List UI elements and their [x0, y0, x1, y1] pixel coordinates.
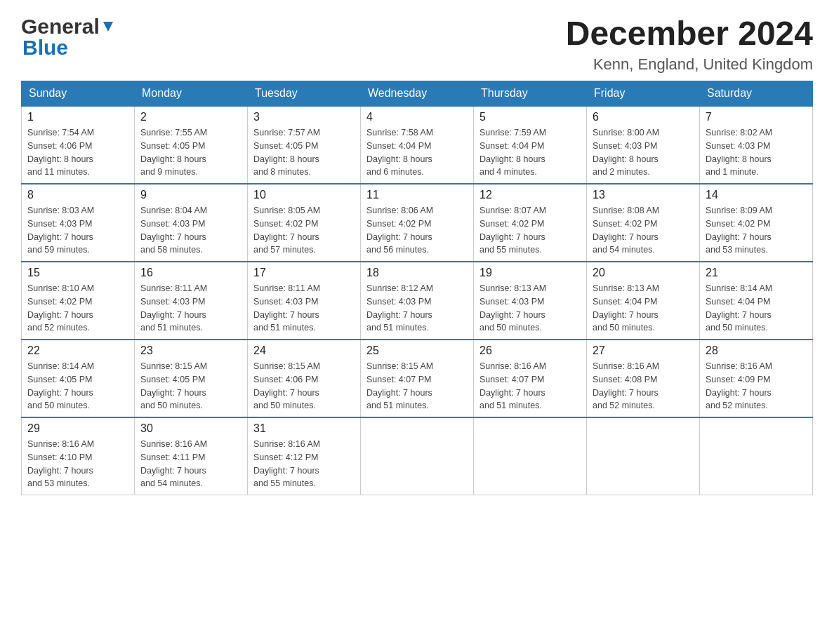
- weekday-header-tuesday: Tuesday: [248, 81, 361, 107]
- weekday-header-saturday: Saturday: [700, 81, 813, 107]
- day-number: 25: [366, 344, 468, 357]
- day-number: 18: [366, 267, 468, 279]
- day-number: 16: [140, 267, 241, 279]
- calendar-day-cell: 27 Sunrise: 8:16 AM Sunset: 4:08 PM Dayl…: [587, 340, 700, 417]
- calendar-day-cell: 17 Sunrise: 8:11 AM Sunset: 4:03 PM Dayl…: [248, 262, 361, 340]
- title-section: December 2024 Kenn, England, United King…: [566, 14, 813, 74]
- day-info: Sunrise: 8:02 AM Sunset: 4:03 PM Dayligh…: [706, 126, 807, 179]
- calendar-day-cell: 11 Sunrise: 8:06 AM Sunset: 4:02 PM Dayl…: [361, 184, 474, 262]
- calendar-day-cell: 30 Sunrise: 8:16 AM Sunset: 4:11 PM Dayl…: [135, 417, 248, 495]
- calendar-day-cell: 1 Sunrise: 7:54 AM Sunset: 4:06 PM Dayli…: [22, 106, 135, 184]
- calendar-day-cell: 10 Sunrise: 8:05 AM Sunset: 4:02 PM Dayl…: [248, 184, 361, 262]
- calendar-day-cell: 26 Sunrise: 8:16 AM Sunset: 4:07 PM Dayl…: [474, 340, 587, 417]
- empty-cell: [587, 417, 700, 495]
- calendar-day-cell: 28 Sunrise: 8:16 AM Sunset: 4:09 PM Dayl…: [700, 340, 813, 417]
- calendar-day-cell: 18 Sunrise: 8:12 AM Sunset: 4:03 PM Dayl…: [361, 262, 474, 340]
- calendar-day-cell: 14 Sunrise: 8:09 AM Sunset: 4:02 PM Dayl…: [700, 184, 813, 262]
- day-number: 6: [593, 111, 694, 123]
- weekday-header-thursday: Thursday: [474, 81, 587, 107]
- weekday-header-friday: Friday: [587, 81, 700, 107]
- calendar-week-row: 8 Sunrise: 8:03 AM Sunset: 4:03 PM Dayli…: [22, 184, 813, 262]
- calendar-table: SundayMondayTuesdayWednesdayThursdayFrid…: [21, 81, 813, 495]
- day-number: 2: [140, 111, 241, 123]
- day-info: Sunrise: 7:58 AM Sunset: 4:04 PM Dayligh…: [366, 126, 468, 179]
- calendar-day-cell: 4 Sunrise: 7:58 AM Sunset: 4:04 PM Dayli…: [361, 106, 474, 184]
- day-info: Sunrise: 8:15 AM Sunset: 4:07 PM Dayligh…: [366, 360, 468, 412]
- weekday-header-wednesday: Wednesday: [361, 81, 474, 107]
- day-number: 10: [253, 189, 355, 201]
- empty-cell: [361, 417, 474, 495]
- day-number: 7: [706, 111, 807, 123]
- day-info: Sunrise: 8:16 AM Sunset: 4:11 PM Dayligh…: [140, 438, 241, 490]
- calendar-day-cell: 31 Sunrise: 8:16 AM Sunset: 4:12 PM Dayl…: [248, 417, 361, 495]
- day-number: 1: [27, 111, 128, 123]
- day-info: Sunrise: 8:16 AM Sunset: 4:09 PM Dayligh…: [706, 360, 807, 412]
- day-info: Sunrise: 8:11 AM Sunset: 4:03 PM Dayligh…: [253, 282, 355, 335]
- day-info: Sunrise: 8:15 AM Sunset: 4:05 PM Dayligh…: [140, 360, 241, 412]
- calendar-week-row: 15 Sunrise: 8:10 AM Sunset: 4:02 PM Dayl…: [22, 262, 813, 340]
- day-info: Sunrise: 8:11 AM Sunset: 4:03 PM Dayligh…: [140, 282, 241, 335]
- day-info: Sunrise: 8:16 AM Sunset: 4:10 PM Dayligh…: [27, 438, 128, 490]
- calendar-day-cell: 3 Sunrise: 7:57 AM Sunset: 4:05 PM Dayli…: [248, 106, 361, 184]
- calendar-day-cell: 2 Sunrise: 7:55 AM Sunset: 4:05 PM Dayli…: [135, 106, 248, 184]
- day-info: Sunrise: 8:09 AM Sunset: 4:02 PM Dayligh…: [706, 204, 807, 257]
- day-info: Sunrise: 8:04 AM Sunset: 4:03 PM Dayligh…: [140, 204, 241, 257]
- calendar-header-row: SundayMondayTuesdayWednesdayThursdayFrid…: [22, 81, 813, 107]
- day-number: 29: [27, 422, 128, 435]
- calendar-day-cell: 23 Sunrise: 8:15 AM Sunset: 4:05 PM Dayl…: [135, 340, 248, 417]
- day-number: 9: [140, 189, 241, 201]
- day-info: Sunrise: 8:06 AM Sunset: 4:02 PM Dayligh…: [366, 204, 468, 257]
- day-number: 21: [706, 267, 807, 279]
- logo-arrow-icon: [102, 14, 114, 38]
- calendar-day-cell: 24 Sunrise: 8:15 AM Sunset: 4:06 PM Dayl…: [248, 340, 361, 417]
- empty-cell: [700, 417, 813, 495]
- day-info: Sunrise: 8:13 AM Sunset: 4:03 PM Dayligh…: [479, 282, 581, 335]
- calendar-day-cell: 15 Sunrise: 8:10 AM Sunset: 4:02 PM Dayl…: [22, 262, 135, 340]
- page-header: General Blue December 2024 Kenn, England…: [21, 14, 813, 74]
- day-info: Sunrise: 8:03 AM Sunset: 4:03 PM Dayligh…: [27, 204, 128, 257]
- day-number: 31: [253, 422, 355, 435]
- calendar-day-cell: 5 Sunrise: 7:59 AM Sunset: 4:04 PM Dayli…: [474, 106, 587, 184]
- calendar-day-cell: 20 Sunrise: 8:13 AM Sunset: 4:04 PM Dayl…: [587, 262, 700, 340]
- calendar-week-row: 1 Sunrise: 7:54 AM Sunset: 4:06 PM Dayli…: [22, 106, 813, 184]
- calendar-week-row: 29 Sunrise: 8:16 AM Sunset: 4:10 PM Dayl…: [22, 417, 813, 495]
- day-info: Sunrise: 8:15 AM Sunset: 4:06 PM Dayligh…: [253, 360, 355, 412]
- day-number: 15: [27, 267, 128, 279]
- day-info: Sunrise: 8:07 AM Sunset: 4:02 PM Dayligh…: [479, 204, 581, 257]
- day-number: 23: [140, 344, 241, 357]
- empty-cell: [474, 417, 587, 495]
- day-number: 20: [593, 267, 694, 279]
- calendar-day-cell: 29 Sunrise: 8:16 AM Sunset: 4:10 PM Dayl…: [22, 417, 135, 495]
- day-info: Sunrise: 8:10 AM Sunset: 4:02 PM Dayligh…: [27, 282, 128, 335]
- day-number: 14: [706, 189, 807, 201]
- day-info: Sunrise: 8:05 AM Sunset: 4:02 PM Dayligh…: [253, 204, 355, 257]
- day-number: 17: [253, 267, 355, 279]
- day-number: 11: [366, 189, 468, 201]
- day-number: 3: [253, 111, 355, 123]
- calendar-day-cell: 21 Sunrise: 8:14 AM Sunset: 4:04 PM Dayl…: [700, 262, 813, 340]
- calendar-day-cell: 22 Sunrise: 8:14 AM Sunset: 4:05 PM Dayl…: [22, 340, 135, 417]
- calendar-day-cell: 8 Sunrise: 8:03 AM Sunset: 4:03 PM Dayli…: [22, 184, 135, 262]
- day-info: Sunrise: 8:13 AM Sunset: 4:04 PM Dayligh…: [593, 282, 694, 335]
- day-number: 26: [479, 344, 581, 357]
- day-number: 19: [479, 267, 581, 279]
- day-info: Sunrise: 8:16 AM Sunset: 4:08 PM Dayligh…: [593, 360, 694, 412]
- day-info: Sunrise: 8:14 AM Sunset: 4:05 PM Dayligh…: [27, 360, 128, 412]
- day-number: 13: [593, 189, 694, 201]
- day-number: 5: [479, 111, 581, 123]
- calendar-day-cell: 25 Sunrise: 8:15 AM Sunset: 4:07 PM Dayl…: [361, 340, 474, 417]
- day-info: Sunrise: 8:00 AM Sunset: 4:03 PM Dayligh…: [593, 126, 694, 179]
- calendar-day-cell: 7 Sunrise: 8:02 AM Sunset: 4:03 PM Dayli…: [700, 106, 813, 184]
- day-number: 12: [479, 189, 581, 201]
- day-info: Sunrise: 8:12 AM Sunset: 4:03 PM Dayligh…: [366, 282, 468, 335]
- weekday-header-monday: Monday: [135, 81, 248, 107]
- day-number: 8: [27, 189, 128, 201]
- day-number: 27: [593, 344, 694, 357]
- day-number: 22: [27, 344, 128, 357]
- weekday-header-sunday: Sunday: [22, 81, 135, 107]
- day-info: Sunrise: 8:16 AM Sunset: 4:07 PM Dayligh…: [479, 360, 581, 412]
- day-info: Sunrise: 7:59 AM Sunset: 4:04 PM Dayligh…: [479, 126, 581, 179]
- logo: General Blue: [21, 14, 114, 60]
- logo-blue-text: Blue: [21, 36, 114, 60]
- day-info: Sunrise: 8:08 AM Sunset: 4:02 PM Dayligh…: [593, 204, 694, 257]
